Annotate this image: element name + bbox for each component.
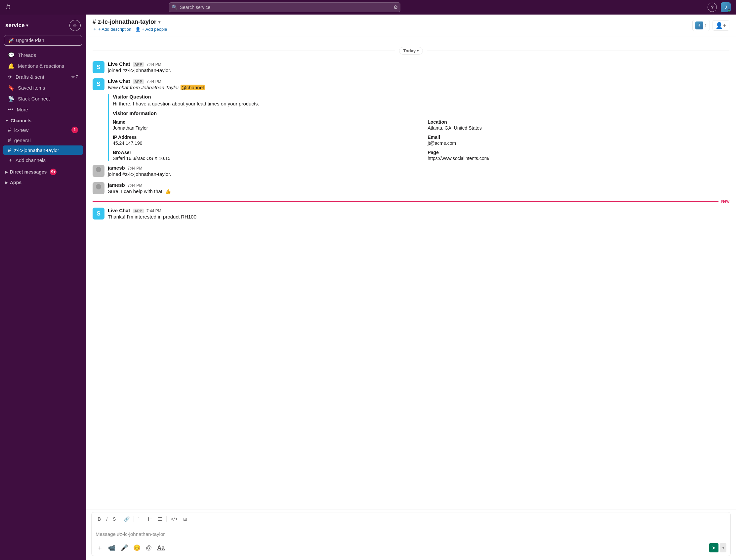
member-avatars-button[interactable]: J 1 <box>692 20 710 31</box>
dm-badge: 9+ <box>50 169 57 175</box>
add-people-label: + Add people <box>142 27 167 32</box>
svg-rect-9 <box>158 517 162 518</box>
dm-collapse-icon: ▶ <box>5 170 8 174</box>
bold-button[interactable]: B <box>96 515 103 523</box>
message-text: Thanks! I'm interested in product RH100 <box>108 213 729 221</box>
workspace-name[interactable]: service ▾ <box>5 22 28 29</box>
date-chevron-icon: ▾ <box>417 49 419 53</box>
help-button[interactable]: ? <box>708 3 717 12</box>
message-header: jamesb 7:44 PM <box>108 182 729 188</box>
date-divider: Today ▾ <box>93 47 729 55</box>
live-chat-avatar: S <box>93 78 104 90</box>
sidebar-item-more[interactable]: ••• More <box>3 104 83 114</box>
sidebar-item-drafts[interactable]: ✈ Drafts & sent ✏7 <box>3 72 83 82</box>
plus-icon: ＋ <box>93 26 97 32</box>
indent-button[interactable] <box>156 515 164 523</box>
mentions-icon: 🔔 <box>8 63 15 69</box>
ordered-list-button[interactable]: 1. <box>136 515 144 523</box>
dm-label: Direct messages <box>10 169 47 175</box>
italic-button[interactable]: I <box>104 515 109 523</box>
sidebar-item-saved[interactable]: 🔖 Saved items <box>3 83 83 93</box>
info-field: Location Atlanta, GA, United States <box>428 119 730 131</box>
send-button-area: ➤ ▾ <box>709 543 726 552</box>
main-content: # z-lc-johnathan-taylor ▾ ＋ + Add descri… <box>86 15 736 560</box>
channel-title[interactable]: # z-lc-johnathan-taylor ▾ <box>93 19 692 25</box>
sidebar-header: service ▾ ✏ <box>0 15 86 35</box>
messages-area[interactable]: Today ▾ S Live Chat APP 7:44 PM joined #… <box>86 36 736 509</box>
channel-item-general[interactable]: # general <box>3 136 83 145</box>
history-icon[interactable]: ⏱ <box>5 4 11 11</box>
more-formatting-button[interactable]: ⊞ <box>181 515 189 523</box>
info-field: Browser Safari 16.3/Mac OS X 10.15 <box>113 150 415 161</box>
rocket-icon: 🚀 <box>8 38 14 43</box>
sidebar: service ▾ ✏ 🚀 Upgrade Plan 💬 Threads 🔔 M… <box>0 0 86 560</box>
add-channel-label: Add channels <box>16 157 46 163</box>
message-time: 7:44 PM <box>128 166 143 171</box>
message-time: 7:44 PM <box>146 209 161 213</box>
search-bar: 🔍 ⚙ <box>169 2 400 12</box>
message-placeholder[interactable]: Message #z-lc-johnathan-taylor <box>96 530 726 538</box>
user-avatar[interactable]: J <box>721 2 731 12</box>
channel-badge: 1 <box>71 127 78 133</box>
attach-button[interactable]: ＋ <box>96 542 104 553</box>
filter-icon[interactable]: ⚙ <box>393 4 398 10</box>
channel-header: # z-lc-johnathan-taylor ▾ ＋ + Add descri… <box>86 15 736 36</box>
compose-button[interactable]: ✏ <box>69 20 81 31</box>
svg-rect-8 <box>150 520 152 520</box>
message-time: 7:44 PM <box>146 62 161 67</box>
add-person-icon: 👤+ <box>716 22 726 29</box>
message-content: Live Chat APP 7:44 PM New chat from John… <box>108 78 729 161</box>
message-header: Live Chat APP 7:44 PM <box>108 61 729 67</box>
channels-collapse-icon: ▼ <box>5 119 9 123</box>
saved-label: Saved items <box>18 85 45 91</box>
upgrade-button[interactable]: 🚀 Upgrade Plan <box>4 35 82 46</box>
search-input[interactable] <box>169 2 400 12</box>
message-time: 7:44 PM <box>146 79 161 84</box>
message-input-row: Message #z-lc-johnathan-taylor <box>96 527 726 540</box>
svg-point-0 <box>96 167 101 172</box>
channel-name: general <box>14 138 31 143</box>
apps-section-header[interactable]: ▶ Apps <box>0 177 86 186</box>
add-people-link[interactable]: 👤 + Add people <box>135 27 167 32</box>
dm-section-header[interactable]: ▶ Direct messages 9+ <box>0 165 86 177</box>
add-description-label: + Add description <box>98 27 131 32</box>
mention-button[interactable]: @ <box>144 543 153 553</box>
message-toolbar: B I S 🔗 1. </> <box>96 515 726 525</box>
channel-header-right: J 1 👤+ <box>692 20 729 31</box>
svg-point-3 <box>94 189 103 194</box>
info-field: Email jt@acme.com <box>428 135 730 146</box>
message-input-area: B I S 🔗 1. </> <box>86 509 736 560</box>
send-options-button[interactable]: ▾ <box>720 543 726 552</box>
send-button[interactable]: ➤ <box>709 543 718 552</box>
link-button[interactable]: 🔗 <box>122 515 132 523</box>
video-button[interactable]: 📹 <box>107 543 117 553</box>
sidebar-item-mentions[interactable]: 🔔 Mentions & reactions <box>3 61 83 71</box>
add-icon: ＋ <box>8 157 13 163</box>
audio-button[interactable]: 🎤 <box>119 543 129 553</box>
message-author: Live Chat <box>108 208 130 213</box>
format-text-button[interactable]: Aa <box>156 543 166 553</box>
member-avatar: J <box>695 21 703 29</box>
channels-section-header[interactable]: ▼ Channels <box>0 115 86 125</box>
emoji-button[interactable]: 😊 <box>132 543 142 553</box>
message-author: jamesb <box>108 165 125 171</box>
sidebar-item-connect[interactable]: 📡 Slack Connect <box>3 94 83 104</box>
add-channel-button[interactable]: ＋ Add channels <box>3 155 83 165</box>
strikethrough-button[interactable]: S <box>111 515 118 523</box>
channel-item-z-lc-johnathan-taylor[interactable]: # z-lc-johnathan-taylor <box>3 145 83 155</box>
svg-point-1 <box>94 172 103 177</box>
more-icon: ••• <box>8 106 14 112</box>
add-description-link[interactable]: ＋ + Add description <box>93 26 131 32</box>
channel-item-lc-new[interactable]: # lc-new 1 <box>3 125 83 135</box>
connect-icon: 📡 <box>8 96 15 102</box>
date-label[interactable]: Today ▾ <box>399 47 423 55</box>
code-button[interactable]: </> <box>169 515 180 523</box>
sidebar-item-threads[interactable]: 💬 Threads <box>3 50 83 60</box>
mentions-label: Mentions & reactions <box>18 63 64 69</box>
bullet-list-button[interactable] <box>146 515 154 523</box>
new-divider-line <box>93 201 718 202</box>
channel-mention: @channel <box>181 85 205 90</box>
visitor-info-card: Visitor Question Hi there, I have a ques… <box>108 94 729 161</box>
add-people-button[interactable]: 👤+ <box>713 20 729 31</box>
message-author: jamesb <box>108 182 125 188</box>
